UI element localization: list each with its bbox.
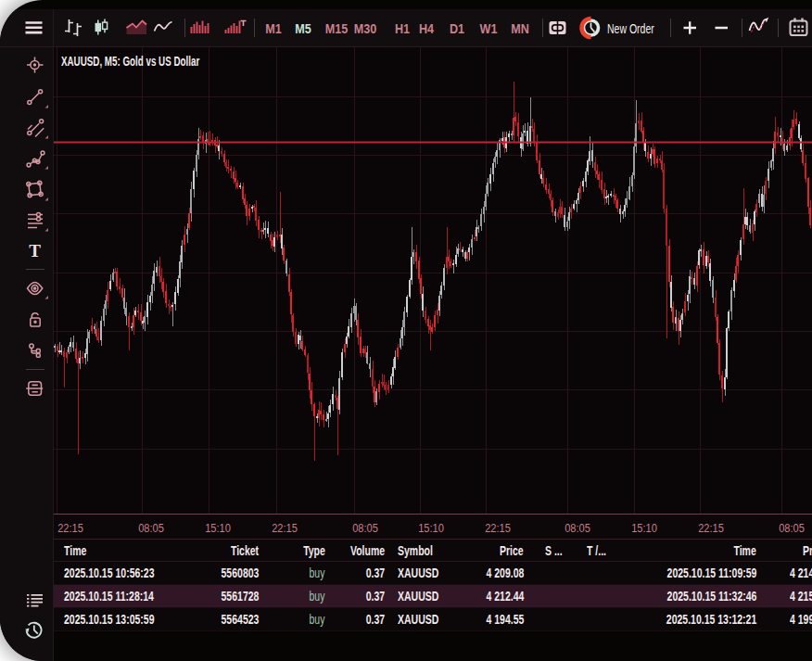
svg-text:T: T	[29, 241, 41, 261]
